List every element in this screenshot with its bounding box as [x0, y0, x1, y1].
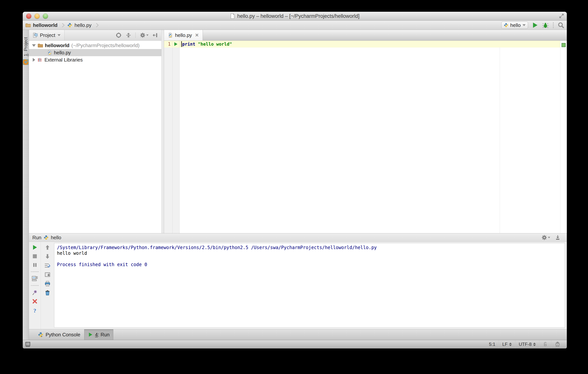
project-view-icon	[33, 33, 38, 38]
encoding-widget[interactable]: UTF-8	[515, 340, 539, 348]
main-area: 1: Project Project	[23, 30, 567, 340]
readonly-lock-widget[interactable]	[539, 340, 551, 348]
title-bar[interactable]: hello.py – helloworld – [~/PycharmProjec…	[23, 12, 567, 21]
disclosure-closed-icon[interactable]	[32, 58, 36, 62]
pycharm-window: hello.py – helloworld – [~/PycharmProjec…	[23, 12, 567, 348]
toolbar-separator	[31, 285, 39, 286]
line-number: 1	[164, 42, 172, 47]
status-widgets: 5:1 LF UTF-8	[486, 340, 564, 348]
help-icon[interactable]: ?	[33, 307, 36, 314]
editor-scrollbar[interactable]	[560, 41, 567, 233]
clear-all-icon[interactable]	[45, 290, 50, 296]
console-line: /System/Library/Frameworks/Python.framew…	[57, 245, 562, 250]
run-line-marker-icon[interactable]	[172, 41, 179, 47]
stop-icon[interactable]	[32, 254, 37, 259]
status-bar: 5:1 LF UTF-8	[23, 340, 567, 348]
next-occurrence-icon[interactable]	[45, 254, 50, 259]
breadcrumb-item-file[interactable]: hello.py	[74, 22, 92, 28]
print-icon[interactable]	[45, 281, 50, 287]
toolwindow-toggle-icon[interactable]	[25, 342, 31, 347]
console-line: hello world	[57, 250, 562, 256]
rerun-icon[interactable]	[32, 245, 38, 250]
settings-gear-icon[interactable]	[541, 235, 550, 240]
settings-gear-icon[interactable]	[140, 32, 148, 38]
hide-panel-icon[interactable]	[153, 32, 158, 38]
text-caret	[181, 41, 182, 47]
disclosure-open-icon[interactable]	[32, 44, 36, 47]
encoding-value: UTF-8	[519, 342, 532, 347]
run-toolbar-primary: ?	[29, 242, 41, 329]
caret-position-value: 5:1	[489, 342, 495, 347]
minimize-window-button[interactable]	[34, 13, 40, 19]
editor-tab-hello-py[interactable]: hello.py ✕	[164, 30, 203, 41]
pycharm-logo-icon	[23, 59, 29, 65]
code-line-1[interactable]: 1 print "hello world"	[164, 41, 560, 47]
debug-button[interactable]	[542, 22, 549, 28]
pause-icon[interactable]	[32, 262, 37, 268]
toolbar-separator	[136, 32, 136, 38]
search-icon[interactable]	[558, 22, 564, 28]
editor-tab-strip: hello.py ✕	[164, 30, 567, 41]
toolbar-right: hello	[501, 21, 564, 29]
inspection-status-indicator[interactable]	[562, 43, 566, 47]
content-column: Project	[29, 30, 567, 340]
panel-splitter[interactable]	[161, 30, 164, 233]
run-configuration-select[interactable]: hello	[501, 21, 528, 29]
editor-body[interactable]: 1 print "hello world"	[164, 41, 567, 233]
line-separator-value: LF	[502, 342, 508, 347]
breadcrumb-item-project[interactable]: helloworld	[33, 22, 58, 28]
zoom-window-button[interactable]	[43, 13, 48, 19]
console-line: Process finished with exit code 0	[57, 262, 562, 267]
project-panel: Project	[29, 30, 161, 233]
close-panel-icon[interactable]	[32, 299, 37, 304]
run-panel-title: Run	[32, 235, 42, 241]
run-panel-body: ? /System/Library/Frameworks/Python.fram…	[29, 242, 567, 329]
tree-node-name: helloworld	[45, 43, 69, 48]
upper-row: Project	[29, 30, 567, 233]
prev-occurrence-icon[interactable]	[45, 245, 50, 250]
tree-row-project-root[interactable]: helloworld (~/PycharmProjects/helloworld…	[29, 42, 161, 49]
tree-row-hello-py[interactable]: hello.py	[29, 49, 161, 56]
run-panel-header[interactable]: Run hello	[29, 233, 567, 242]
close-tab-icon[interactable]: ✕	[195, 32, 199, 38]
caret-position-widget[interactable]: 5:1	[486, 340, 499, 348]
toolwindow-button-python-console[interactable]: Python Console	[34, 329, 84, 340]
folder-icon	[38, 43, 43, 48]
navigation-bar: helloworld hello.py hello	[23, 21, 567, 30]
scroll-to-end-icon[interactable]	[45, 272, 50, 278]
python-file-icon	[168, 33, 173, 38]
right-margin-guide	[500, 41, 500, 233]
line-separator-widget[interactable]: LF	[499, 340, 515, 348]
toolbar-separator	[553, 22, 554, 28]
dock-pin-icon[interactable]	[555, 235, 560, 240]
stripe-button-project[interactable]: 1: Project	[23, 37, 28, 56]
chevron-down-icon	[146, 34, 148, 36]
folder-icon	[25, 23, 31, 27]
project-tree: helloworld (~/PycharmProjects/helloworld…	[29, 41, 161, 233]
code-keyword: print	[182, 42, 195, 47]
pin-icon[interactable]	[32, 289, 38, 295]
toolbar-separator	[31, 271, 39, 272]
chevron-down-icon	[523, 24, 525, 26]
run-console-output[interactable]: /System/Library/Frameworks/Python.framew…	[54, 243, 565, 328]
collapse-all-icon[interactable]	[126, 32, 131, 38]
gutter-run-markers	[173, 41, 179, 233]
project-view-selector[interactable]: Project	[29, 30, 64, 41]
toolwindow-button-run[interactable]: 4: Run	[84, 329, 114, 340]
tree-node-name: External Libraries	[44, 57, 83, 63]
locate-icon[interactable]	[116, 32, 121, 38]
restore-layout-icon[interactable]	[32, 276, 38, 281]
toolwindow-button-label: 4: Run	[95, 332, 110, 338]
updown-spinner-icon	[533, 342, 536, 346]
close-window-button[interactable]	[26, 13, 32, 19]
run-button[interactable]	[532, 22, 538, 28]
project-view-label: Project	[40, 32, 55, 38]
soft-wraps-icon[interactable]	[44, 263, 51, 268]
resize-grip-icon[interactable]	[559, 13, 564, 19]
run-configuration-name: hello	[510, 22, 521, 28]
editor-tab-label: hello.py	[175, 32, 192, 38]
inspections-profile-widget[interactable]	[551, 340, 564, 348]
tree-row-external-libraries[interactable]: External Libraries	[29, 56, 161, 64]
run-toolbar-secondary	[41, 242, 54, 329]
lock-icon	[543, 342, 548, 347]
